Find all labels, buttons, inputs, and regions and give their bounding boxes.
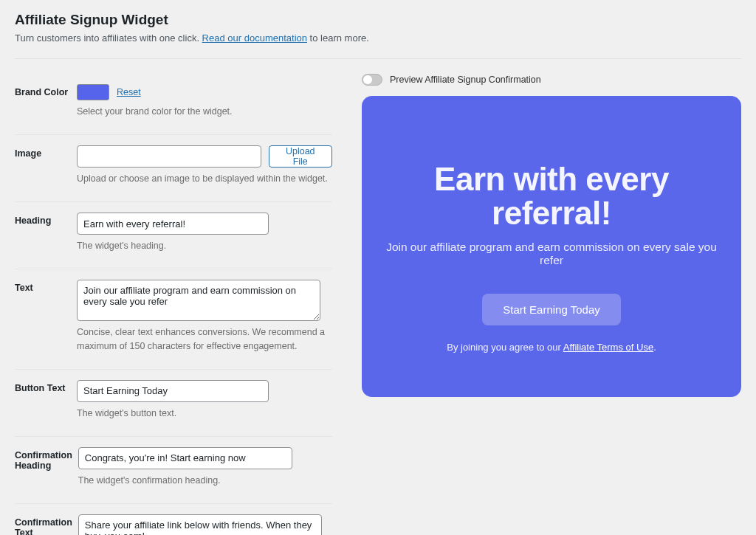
preview-toggle[interactable] <box>362 74 382 86</box>
subtitle-after: to learn more. <box>307 32 369 44</box>
text-label: Text <box>15 280 77 293</box>
text-hint: Concise, clear text enhances conversions… <box>77 325 332 352</box>
image-row: Image Upload File Upload or choose an im… <box>15 135 332 202</box>
brand-color-row: Brand Color Reset Select your brand colo… <box>15 74 332 135</box>
button-text-label: Button Text <box>15 380 77 393</box>
preview-toggle-label: Preview Affiliate Signup Confirmation <box>390 75 541 85</box>
heading-input[interactable] <box>77 213 269 235</box>
confirm-text-input[interactable]: Share your affiliate link below with fri… <box>78 514 322 535</box>
upload-file-button[interactable]: Upload File <box>269 145 333 168</box>
confirm-heading-label: Confirmation Heading <box>15 447 78 471</box>
confirm-heading-hint: The widget's confirmation heading. <box>78 474 332 487</box>
image-hint: Upload or choose an image to be displaye… <box>77 172 332 185</box>
documentation-link[interactable]: Read our documentation <box>202 32 307 44</box>
image-input[interactable] <box>77 145 261 168</box>
settings-form: Brand Color Reset Select your brand colo… <box>15 74 332 535</box>
preview-footer: By joining you agree to our Affiliate Te… <box>384 342 719 353</box>
subtitle-before: Turn customers into affiliates with one … <box>15 32 202 44</box>
preview-footer-before: By joining you agree to our <box>447 342 563 353</box>
brand-color-label: Brand Color <box>15 84 77 97</box>
divider <box>15 58 741 59</box>
page-subtitle: Turn customers into affiliates with one … <box>15 32 741 44</box>
confirm-text-row: Confirmation Text Share your affiliate l… <box>15 504 332 535</box>
button-text-row: Button Text The widget's button text. <box>15 370 332 437</box>
preview-text: Join our affiliate program and earn comm… <box>384 241 719 267</box>
preview-column: Preview Affiliate Signup Confirmation Ea… <box>362 74 741 397</box>
affiliate-terms-link[interactable]: Affiliate Terms of Use <box>563 342 653 353</box>
image-label: Image <box>15 145 77 159</box>
preview-heading: Earn with every referral! <box>384 162 719 230</box>
brand-color-hint: Select your brand color for the widget. <box>77 105 332 118</box>
confirm-heading-row: Confirmation Heading The widget's confir… <box>15 437 332 504</box>
toggle-knob <box>363 75 372 84</box>
confirm-heading-input[interactable] <box>78 447 292 469</box>
preview-cta-button[interactable]: Start Earning Today <box>482 294 620 325</box>
preview-toggle-row: Preview Affiliate Signup Confirmation <box>362 74 741 86</box>
button-text-hint: The widget's button text. <box>77 407 332 420</box>
reset-color-link[interactable]: Reset <box>117 87 141 97</box>
page-title: Affiliate Signup Widget <box>15 12 741 28</box>
heading-label: Heading <box>15 213 77 226</box>
confirm-text-label: Confirmation Text <box>15 514 78 535</box>
heading-hint: The widget's heading. <box>77 239 332 252</box>
text-row: Text Join our affiliate program and earn… <box>15 269 332 369</box>
preview-footer-after: . <box>653 342 656 353</box>
brand-color-inner <box>78 86 108 99</box>
text-input[interactable]: Join our affiliate program and earn comm… <box>77 280 320 321</box>
heading-row: Heading The widget's heading. <box>15 202 332 269</box>
button-text-input[interactable] <box>77 380 269 402</box>
preview-card: Earn with every referral! Join our affil… <box>362 96 741 397</box>
brand-color-swatch[interactable] <box>77 84 109 100</box>
